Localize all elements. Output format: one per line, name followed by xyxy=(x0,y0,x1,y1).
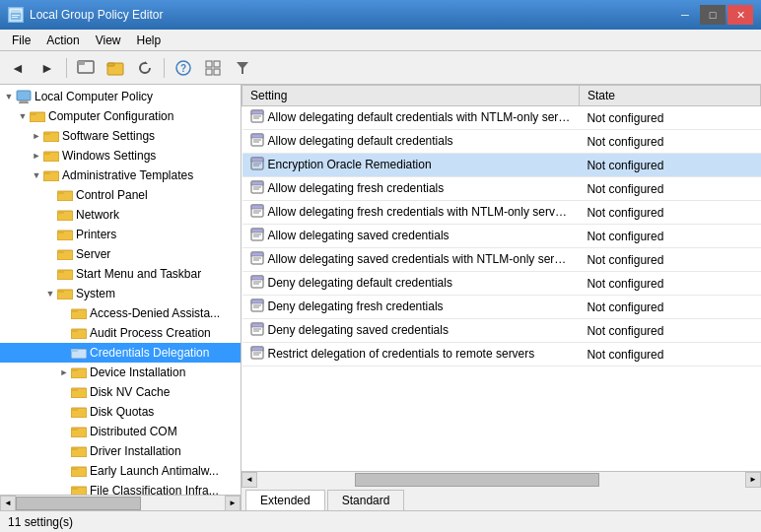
refresh-button[interactable] xyxy=(131,55,159,81)
grid-button[interactable] xyxy=(199,55,227,81)
minimize-button[interactable]: ─ xyxy=(672,5,698,25)
folder-icon-system xyxy=(57,287,73,300)
expander-software-settings[interactable]: ► xyxy=(30,129,43,143)
tree-item-disk-quotas[interactable]: ► Disk Quotas xyxy=(0,402,241,422)
svg-rect-102 xyxy=(251,347,263,351)
expander-computer-configuration[interactable]: ▼ xyxy=(16,109,30,123)
forward-button[interactable]: ► xyxy=(34,55,61,81)
tree-item-printers[interactable]: ► Printers xyxy=(0,225,241,244)
server-label: Server xyxy=(76,247,110,261)
setting-text: Deny delegating fresh credentials xyxy=(268,299,444,313)
table-row[interactable]: Allow delegating fresh credentials with … xyxy=(242,201,761,225)
expander-administrative-templates[interactable]: ▼ xyxy=(30,168,43,182)
close-button[interactable]: ✕ xyxy=(727,5,753,25)
device-installation-label: Device Installation xyxy=(90,366,185,379)
setting-text: Restrict delegation of credentials to re… xyxy=(268,347,535,361)
setting-cell: Restrict delegation of credentials to re… xyxy=(242,343,580,366)
setting-text: Allow delegating default credentials wit… xyxy=(268,110,580,124)
tree-item-driver-installation[interactable]: ► Driver Installation xyxy=(0,441,241,461)
table-row[interactable]: Allow delegating fresh credentialsNot co… xyxy=(242,177,761,201)
tab-extended[interactable]: Extended xyxy=(245,490,325,510)
folder-button[interactable] xyxy=(102,55,129,81)
tree-item-local-computer-policy[interactable]: ▼ Local Computer Policy xyxy=(0,87,241,106)
tree-item-computer-configuration[interactable]: ▼ Computer Configuration xyxy=(0,106,241,126)
tree-item-access-denied[interactable]: ► Access-Denied Assista... xyxy=(0,303,241,323)
svg-rect-58 xyxy=(71,487,78,490)
table-row[interactable]: Restrict delegation of credentials to re… xyxy=(242,343,761,366)
menu-view[interactable]: View xyxy=(88,32,129,49)
tree-item-distributed-com[interactable]: ► Distributed COM xyxy=(0,422,241,441)
tree-item-control-panel[interactable]: ► Control Panel xyxy=(0,185,241,205)
table-header-row: Setting State xyxy=(242,86,761,106)
tab-standard[interactable]: Standard xyxy=(327,490,405,510)
right-scroll-track[interactable] xyxy=(257,472,745,488)
window-controls: ─ □ ✕ xyxy=(672,5,753,25)
toolbar-separator-2 xyxy=(164,58,165,78)
right-scroll-thumb[interactable] xyxy=(355,473,599,487)
table-row[interactable]: Allow delegating saved credentialsNot co… xyxy=(242,225,761,248)
column-header-state[interactable]: State xyxy=(579,86,760,106)
table-row[interactable]: Allow delegating default credentials wit… xyxy=(242,106,761,130)
expander-local-computer-policy[interactable]: ▼ xyxy=(2,90,16,103)
menu-file[interactable]: File xyxy=(4,32,38,49)
svg-rect-94 xyxy=(251,299,263,303)
menu-action[interactable]: Action xyxy=(38,32,87,49)
table-row[interactable]: Deny delegating saved credentialsNot con… xyxy=(242,319,761,343)
tree-item-early-launch[interactable]: ► Early Launch Antimalw... xyxy=(0,461,241,481)
folder-icon-printers xyxy=(57,228,73,241)
right-scroll-left[interactable]: ◄ xyxy=(242,472,257,488)
tree-area: ▼ Local Computer Policy ▼ xyxy=(0,85,241,495)
setting-cell: Deny delegating default credentials xyxy=(242,272,580,296)
column-header-setting[interactable]: Setting xyxy=(242,86,580,106)
settings-table-container: Setting State Allow delegating default c… xyxy=(242,85,761,471)
tree-item-network[interactable]: ► Network xyxy=(0,205,241,225)
tree-item-system[interactable]: ▼ System xyxy=(0,284,241,303)
maximize-button[interactable]: □ xyxy=(700,5,726,25)
svg-rect-62 xyxy=(251,110,263,114)
tree-item-file-classification[interactable]: ► File Classification Infra... xyxy=(0,481,241,495)
filter-button[interactable] xyxy=(229,55,256,81)
tree-scroll-left[interactable]: ◄ xyxy=(0,496,16,511)
menu-help[interactable]: Help xyxy=(129,32,170,49)
network-label: Network xyxy=(76,208,119,222)
tree-item-device-installation[interactable]: ► Device Installation xyxy=(0,363,241,382)
svg-marker-8 xyxy=(145,61,148,64)
right-hscroll: ◄ ► xyxy=(242,471,761,487)
svg-rect-48 xyxy=(71,388,78,391)
svg-rect-38 xyxy=(57,290,64,293)
setting-cell: Allow delegating default credentials xyxy=(242,130,580,154)
up-button[interactable] xyxy=(72,55,100,81)
right-scroll-right[interactable]: ► xyxy=(745,472,761,488)
state-cell: Not configured xyxy=(579,106,760,130)
back-button[interactable]: ◄ xyxy=(4,55,32,81)
table-row[interactable]: Allow delegating default credentialsNot … xyxy=(242,130,761,154)
table-row[interactable]: Deny delegating default credentialsNot c… xyxy=(242,272,761,296)
tree-item-software-settings[interactable]: ► Software Settings xyxy=(0,126,241,146)
tree-scroll-thumb[interactable] xyxy=(16,497,141,510)
help-button[interactable]: ? xyxy=(170,55,197,81)
window-title: Local Group Policy Editor xyxy=(30,8,163,22)
svg-rect-17 xyxy=(20,100,28,102)
expander-system[interactable]: ▼ xyxy=(43,287,57,300)
tree-scroll-right[interactable]: ► xyxy=(225,496,241,511)
table-row[interactable]: Deny delegating fresh credentialsNot con… xyxy=(242,296,761,319)
tree-item-audit-process[interactable]: ► Audit Process Creation xyxy=(0,323,241,343)
svg-rect-2 xyxy=(12,15,20,16)
disk-nv-cache-label: Disk NV Cache xyxy=(90,385,170,399)
state-cell: Not configured xyxy=(579,343,760,366)
tree-item-windows-settings[interactable]: ► Windows Settings xyxy=(0,146,241,166)
expander-device-installation[interactable]: ► xyxy=(57,366,71,379)
table-row[interactable]: Encryption Oracle RemediationNot configu… xyxy=(242,154,761,177)
setting-text: Allow delegating saved credentials with … xyxy=(268,252,580,266)
table-row[interactable]: Allow delegating saved credentials with … xyxy=(242,248,761,272)
svg-rect-78 xyxy=(251,205,263,209)
svg-rect-7 xyxy=(107,63,114,66)
tree-item-start-menu[interactable]: ► Start Menu and Taskbar xyxy=(0,264,241,284)
tree-scroll-track[interactable] xyxy=(16,496,225,511)
expander-windows-settings[interactable]: ► xyxy=(30,149,43,163)
tree-item-server[interactable]: ► Server xyxy=(0,244,241,264)
row-icon xyxy=(250,109,264,126)
tree-item-administrative-templates[interactable]: ▼ Administrative Templates xyxy=(0,166,241,185)
tree-item-disk-nv-cache[interactable]: ► Disk NV Cache xyxy=(0,382,241,402)
tree-item-credentials-delegation[interactable]: ► Credentials Delegation xyxy=(0,343,241,363)
